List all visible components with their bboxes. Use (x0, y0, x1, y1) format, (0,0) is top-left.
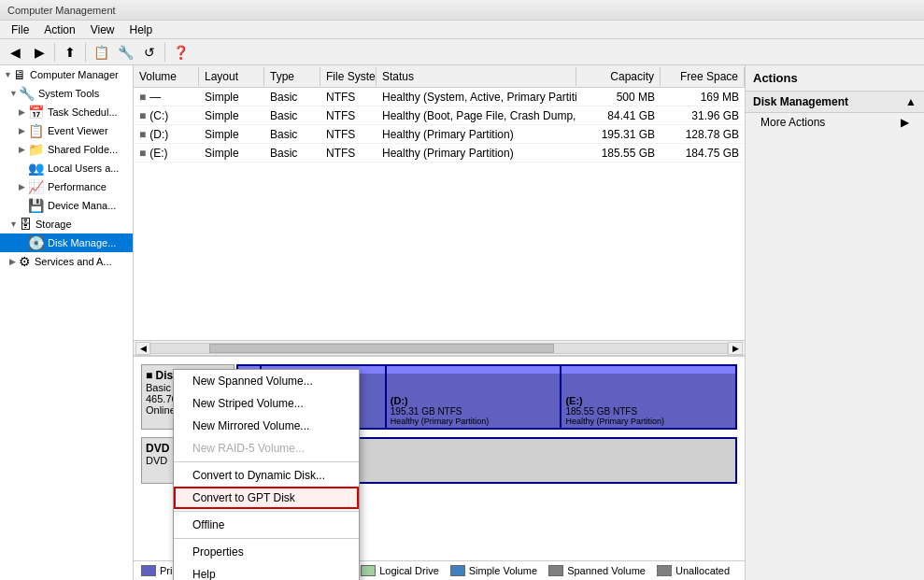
show-hide-button[interactable]: 📋 (90, 42, 112, 63)
toolbar-sep-3 (164, 43, 165, 62)
disk0-part2[interactable]: (D:) 195.31 GB NTFS Healthy (Primary Par… (387, 364, 562, 430)
table-row[interactable]: ■— Simple Basic NTFS Healthy (System, Ac… (134, 88, 745, 106)
part-size: 195.31 GB NTFS (391, 406, 557, 417)
actions-section-disk-management[interactable]: Disk Management ▲ (746, 92, 924, 113)
td-type: Basic (264, 107, 320, 124)
ctx-properties[interactable]: Properties (174, 541, 359, 563)
expand-icon: ▶ (9, 257, 19, 266)
menu-view[interactable]: View (83, 21, 122, 38)
ctx-convert-gpt[interactable]: Convert to GPT Disk (174, 487, 359, 509)
td-capacity: 195.31 GB (576, 126, 661, 143)
legend-logical-box (361, 565, 376, 576)
properties-button[interactable]: 🔧 (114, 42, 136, 63)
refresh-button[interactable]: ↺ (138, 42, 161, 63)
td-status: Healthy (Primary Partition) (377, 126, 576, 143)
ctx-new-spanned[interactable]: New Spanned Volume... (174, 370, 359, 392)
tree-item-shared-folders[interactable]: ▶ 📁 Shared Folde... (0, 140, 133, 159)
tree-item-device-manager[interactable]: 💾 Device Mana... (0, 196, 133, 215)
col-header-filesystem[interactable]: File System (320, 67, 377, 86)
col-header-freespace[interactable]: Free Space (661, 67, 745, 86)
ctx-sep-1 (174, 461, 359, 462)
tools-icon: 🔧 (19, 86, 35, 101)
event-icon: 📋 (28, 123, 44, 138)
tree-label: Shared Folde... (48, 144, 118, 155)
tree-item-disk-management[interactable]: 💽 Disk Manage... (0, 233, 133, 252)
actions-title: Actions (746, 65, 924, 92)
scroll-right-btn[interactable]: ▶ (728, 342, 743, 355)
ctx-offline[interactable]: Offline (174, 514, 359, 536)
ctx-new-striped[interactable]: New Striped Volume... (174, 392, 359, 415)
tree-item-event-viewer[interactable]: ▶ 📋 Event Viewer (0, 121, 133, 140)
help-button[interactable]: ❓ (169, 42, 192, 63)
legend-unallocated-box (657, 565, 672, 576)
back-button[interactable]: ◀ (4, 42, 26, 63)
forward-button[interactable]: ▶ (28, 42, 50, 63)
col-header-type[interactable]: Type (264, 67, 320, 86)
expand-icon: ▼ (9, 89, 19, 98)
col-header-volume[interactable]: Volume (134, 67, 199, 86)
tree-item-local-users[interactable]: 👥 Local Users a... (0, 159, 133, 177)
toolbar: ◀ ▶ ⬆ 📋 🔧 ↺ ❓ (0, 39, 924, 65)
h-scrollbar-track[interactable] (150, 343, 728, 354)
menu-help[interactable]: Help (122, 21, 161, 38)
td-capacity: 500 MB (576, 89, 661, 106)
ctx-help[interactable]: Help (174, 563, 359, 580)
td-layout: Simple (199, 89, 264, 106)
expand-icon: ▶ (19, 126, 28, 135)
toolbar-sep-1 (54, 43, 55, 62)
td-status: Healthy (Boot, Page File, Crash Dump, Pr… (377, 107, 576, 124)
col-header-capacity[interactable]: Capacity (576, 67, 661, 86)
tree-item-task-scheduler[interactable]: ▶ 📅 Task Schedul... (0, 103, 133, 121)
h-scrollbar-thumb[interactable] (209, 344, 555, 353)
tree-item-system-tools[interactable]: ▼ 🔧 System Tools (0, 84, 133, 103)
table-row[interactable]: ■(D:) Simple Basic NTFS Healthy (Primary… (134, 125, 745, 144)
part-size: 185.55 GB NTFS (565, 406, 732, 417)
tree-item-performance[interactable]: ▶ 📈 Performance (0, 177, 133, 196)
scheduler-icon: 📅 (28, 105, 44, 120)
part-top-bar (562, 366, 735, 374)
expand-icon: ▼ (4, 70, 13, 79)
h-scrollbar[interactable]: ◀ ▶ (134, 340, 745, 355)
up-button[interactable]: ⬆ (59, 42, 81, 63)
tree-label: Performance (48, 181, 107, 192)
tree-item-services[interactable]: ▶ ⚙ Services and A... (0, 252, 133, 271)
title-bar-text: Computer Management (7, 5, 116, 16)
toolbar-sep-2 (85, 43, 86, 62)
tree-label: Event Viewer (48, 125, 108, 136)
legend-logical: Logical Drive (361, 565, 439, 576)
expand-icon: ▶ (19, 145, 28, 154)
table-row[interactable]: ■(E:) Simple Basic NTFS Healthy (Primary… (134, 144, 745, 163)
performance-icon: 📈 (28, 179, 44, 194)
td-freespace: 184.75 GB (661, 145, 745, 162)
expand-icon: ▼ (9, 219, 19, 229)
storage-icon: 🗄 (19, 217, 32, 232)
table-row[interactable]: ■(C:) Simple Basic NTFS Healthy (Boot, P… (134, 106, 745, 125)
ctx-sep-2 (174, 511, 359, 512)
scroll-left-btn[interactable]: ◀ (135, 342, 150, 355)
tree-label: Computer Manager (30, 69, 119, 80)
actions-more-actions[interactable]: More Actions ▶ (746, 113, 924, 132)
tree-item-computer-manager[interactable]: ▼ 🖥 Computer Manager (0, 65, 133, 84)
ctx-new-mirrored[interactable]: New Mirrored Volume... (174, 415, 359, 437)
title-bar: Computer Management (0, 0, 924, 21)
part-name: (D:) (391, 395, 557, 406)
disk0-part3[interactable]: (E:) 185.55 GB NTFS Healthy (Primary Par… (562, 364, 737, 430)
ctx-convert-dynamic[interactable]: Convert to Dynamic Disk... (174, 464, 359, 487)
menu-action[interactable]: Action (36, 21, 82, 38)
menu-file[interactable]: File (4, 21, 36, 38)
table-body: ■— Simple Basic NTFS Healthy (System, Ac… (134, 88, 745, 340)
td-volume: ■(D:) (134, 126, 199, 143)
part-status: Healthy (Primary Partition) (565, 417, 732, 426)
td-layout: Simple (199, 107, 264, 124)
td-type: Basic (264, 126, 320, 143)
legend-primary-box (141, 565, 156, 576)
legend-spanned: Spanned Volume (548, 565, 646, 576)
tree-label: Task Schedul... (48, 106, 118, 118)
tree-label: Services and A... (35, 256, 112, 267)
col-header-layout[interactable]: Layout (199, 67, 264, 86)
tree-panel: ▼ 🖥 Computer Manager ▼ 🔧 System Tools ▶ … (0, 65, 134, 580)
col-header-status[interactable]: Status (377, 67, 576, 86)
td-filesystem: NTFS (320, 126, 377, 143)
tree-item-storage[interactable]: ▼ 🗄 Storage (0, 215, 133, 233)
td-type: Basic (264, 89, 320, 106)
